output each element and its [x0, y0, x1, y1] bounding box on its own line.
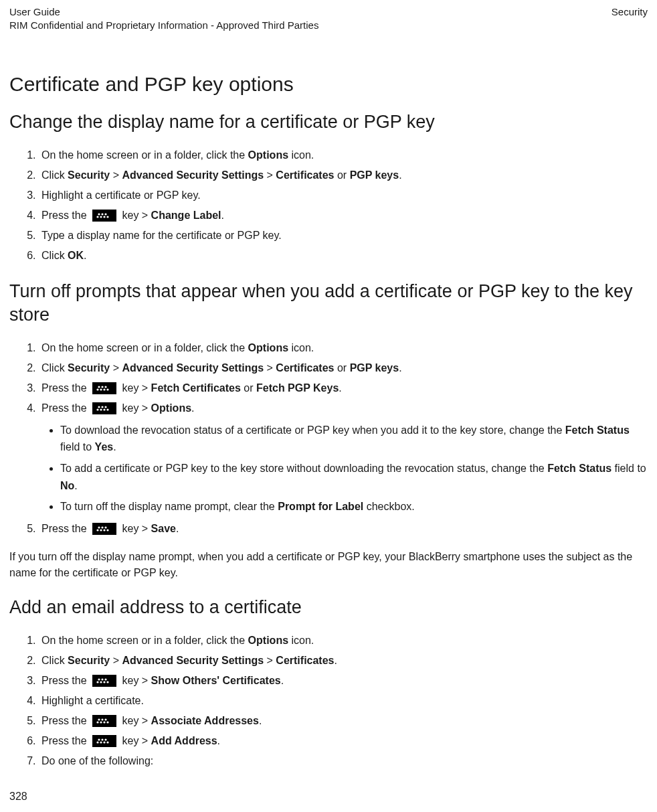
- bold: PGP keys: [350, 362, 399, 374]
- list-item: Highlight a certificate.: [39, 692, 648, 710]
- blackberry-key-icon: [92, 523, 116, 535]
- text: Press the: [41, 675, 90, 686]
- text: .: [399, 169, 401, 181]
- text: Press the: [41, 523, 90, 534]
- text: field to: [60, 441, 95, 453]
- text: To add a certificate or PGP key to the k…: [60, 463, 547, 474]
- bold: Security: [68, 169, 110, 181]
- list-item: On the home screen or in a folder, click…: [39, 631, 648, 650]
- list-item: Press the key > Add Address.: [39, 732, 648, 750]
- bold: Fetch Certificates: [151, 382, 241, 394]
- note-turn-off-prompts: If you turn off the display name prompt,…: [9, 549, 648, 581]
- text: .: [191, 402, 194, 414]
- text: >: [110, 169, 122, 181]
- header-user-guide: User Guide: [9, 5, 318, 19]
- blackberry-key-icon: [92, 715, 116, 727]
- bold: Fetch PGP Keys: [256, 382, 339, 394]
- text: Press the: [41, 210, 90, 221]
- text: icon.: [288, 635, 314, 646]
- list-item: To add a certificate or PGP key to the k…: [60, 460, 648, 494]
- text: Click: [41, 362, 68, 374]
- text: .: [217, 735, 220, 746]
- list-item: Click Security > Advanced Security Setti…: [39, 166, 648, 185]
- text: >: [264, 655, 276, 666]
- text: key >: [119, 523, 151, 534]
- text: key >: [119, 402, 151, 414]
- bold: Security: [68, 362, 110, 374]
- page-number: 328: [9, 791, 648, 803]
- text: Press the: [41, 715, 90, 726]
- bold: Add Address: [151, 735, 217, 746]
- text: icon.: [288, 149, 314, 161]
- bold: OK: [68, 250, 84, 261]
- blackberry-key-icon: [92, 382, 116, 394]
- list-item: Highlight a certificate or PGP key.: [39, 186, 648, 205]
- list-item: Press the key > Fetch Certificates or Fe…: [39, 379, 648, 398]
- list-item: Click Security > Advanced Security Setti…: [39, 651, 648, 670]
- bold: Yes: [95, 441, 114, 453]
- text: field to: [612, 463, 646, 474]
- bold: Save: [151, 523, 176, 534]
- text: On the home screen or in a folder, click…: [41, 635, 248, 646]
- bold: Advanced Security Settings: [122, 655, 264, 666]
- text: .: [221, 210, 224, 221]
- header-right: Security: [612, 5, 648, 33]
- text: .: [74, 480, 77, 491]
- text: .: [84, 250, 86, 261]
- text: Press the: [41, 402, 90, 414]
- bold: Options: [248, 635, 288, 646]
- bold: Advanced Security Settings: [122, 362, 264, 374]
- bold: Associate Addresses: [151, 715, 259, 726]
- text: .: [259, 715, 262, 726]
- list-item: Press the key > Save.: [39, 519, 648, 538]
- list-item: On the home screen or in a folder, click…: [39, 339, 648, 357]
- list-item: Press the key > Show Others' Certificate…: [39, 671, 648, 690]
- text: or: [241, 382, 256, 394]
- sub-bullets: To download the revocation status of a c…: [41, 422, 648, 515]
- text: Press the: [41, 735, 90, 746]
- list-item: Press the key > Options. To download the…: [39, 399, 648, 515]
- text: .: [113, 441, 116, 453]
- text: To turn off the display name prompt, cle…: [60, 501, 278, 512]
- list-item: Press the key > Change Label.: [39, 206, 648, 225]
- bold: Certificates: [276, 169, 334, 181]
- list-item: Click OK.: [39, 246, 648, 265]
- text: checkbox.: [363, 501, 414, 512]
- bold: Security: [68, 655, 110, 666]
- text: or: [335, 362, 350, 374]
- bold: Options: [151, 402, 191, 414]
- bold: Prompt for Label: [278, 501, 363, 512]
- text: .: [399, 362, 401, 374]
- bold: Advanced Security Settings: [122, 169, 264, 181]
- text: On the home screen or in a folder, click…: [41, 342, 248, 353]
- text: .: [339, 382, 341, 394]
- list-item: Click Security > Advanced Security Setti…: [39, 359, 648, 378]
- text: icon.: [288, 342, 314, 353]
- page-title: Certificate and PGP key options: [9, 73, 648, 96]
- text: key >: [119, 675, 151, 686]
- bold: Options: [248, 149, 288, 161]
- text: >: [110, 655, 122, 666]
- blackberry-key-icon: [92, 402, 116, 414]
- heading-turn-off-prompts: Turn off prompts that appear when you ad…: [9, 280, 648, 327]
- list-item: Do one of the following:: [39, 752, 648, 770]
- bold: Change Label: [151, 210, 221, 221]
- steps-add-email: On the home screen or in a folder, click…: [9, 631, 648, 770]
- list-item: To download the revocation status of a c…: [60, 422, 648, 456]
- text: .: [335, 655, 337, 666]
- blackberry-key-icon: [92, 675, 116, 687]
- text: >: [110, 362, 122, 374]
- blackberry-key-icon: [92, 735, 116, 747]
- bold: PGP keys: [350, 169, 399, 181]
- page-header: User Guide RIM Confidential and Propriet…: [9, 5, 648, 33]
- heading-add-email: Add an email address to a certificate: [9, 596, 648, 619]
- text: or: [335, 169, 350, 181]
- text: key >: [119, 210, 151, 221]
- steps-change-display-name: On the home screen or in a folder, click…: [9, 146, 648, 265]
- list-item: Press the key > Associate Addresses.: [39, 712, 648, 730]
- text: .: [176, 523, 179, 534]
- header-confidential: RIM Confidential and Proprietary Informa…: [9, 19, 318, 32]
- text: To download the revocation status of a c…: [60, 424, 565, 436]
- bold: No: [60, 480, 74, 491]
- header-left: User Guide RIM Confidential and Propriet…: [9, 5, 318, 33]
